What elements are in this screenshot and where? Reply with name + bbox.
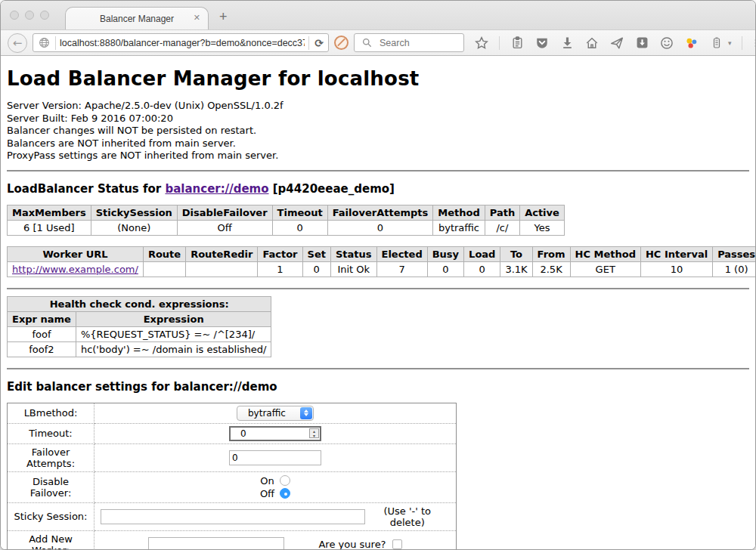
- lbmethod-label: LBmethod:: [8, 403, 94, 423]
- reload-icon[interactable]: ⟳: [313, 37, 325, 49]
- balancer-params-header-row: MaxMembers StickySession DisableFailover…: [8, 205, 565, 220]
- loadbalancer-status-heading: LoadBalancer Status for balancer://demo …: [7, 182, 749, 196]
- disable-failover-label: Disable Failover:: [8, 471, 94, 502]
- cell-worker-url: http://www.example.com/: [8, 261, 144, 277]
- col-routeredir: RouteRedir: [186, 246, 258, 261]
- edit-balancer-heading: Edit balancer settings for balancer://de…: [7, 380, 749, 394]
- col-set: Set: [302, 246, 330, 261]
- url-bar[interactable]: localhost:8880/balancer-manager?b=demo&n…: [33, 33, 329, 52]
- failover-attempts-cell: [94, 443, 457, 471]
- failover-attempts-input[interactable]: [229, 450, 321, 465]
- failover-off-radio[interactable]: [280, 488, 290, 499]
- menu-icon[interactable]: [752, 36, 756, 51]
- window-controls: [10, 11, 49, 20]
- timeout-row: Timeout: ▴▾: [8, 423, 457, 443]
- color-dots-icon[interactable]: [684, 36, 699, 51]
- col-from: From: [532, 246, 570, 261]
- worker-url-link[interactable]: http://www.example.com/: [12, 264, 138, 275]
- battery-panel-icon[interactable]: [709, 36, 724, 51]
- send-tab-icon[interactable]: [609, 36, 624, 51]
- cell-method: bytraffic: [433, 220, 485, 235]
- cell-status: Init Ok: [330, 261, 376, 277]
- add-worker-input[interactable]: [148, 537, 284, 550]
- cell-timeout: 0: [272, 220, 327, 235]
- server-version-line: Server Version: Apache/2.5.0-dev (Unix) …: [7, 100, 749, 113]
- confirm-label: Are you sure?: [318, 539, 386, 549]
- col-failoverattempts: FailoverAttempts: [327, 205, 433, 220]
- sticky-session-row: Sticky Session: (Use '-' to delete): [8, 502, 457, 530]
- lbmethod-cell: bytraffic: [94, 403, 457, 423]
- chevron-down-icon[interactable]: ▾: [728, 39, 732, 47]
- sticky-session-cell: (Use '-' to delete): [94, 502, 457, 530]
- cell-path: /c/: [485, 220, 519, 235]
- pocket-icon[interactable]: [534, 36, 550, 51]
- timeout-input-wrap: ▴▾: [229, 426, 321, 441]
- worker-header-row: Worker URL Route RouteRedir Factor Set S…: [8, 246, 756, 261]
- lbmethod-selected-value: bytraffic: [248, 408, 286, 419]
- health-check-table: Health check cond. expressions: Expr nam…: [7, 296, 271, 357]
- cell-set: 0: [302, 261, 330, 277]
- health-caption: Health check cond. expressions:: [8, 296, 271, 311]
- tab-title: Balancer Manager: [100, 14, 174, 24]
- proxypass-notice-line: ProxyPass settings are NOT inherited fro…: [7, 150, 749, 162]
- col-worker-url: Worker URL: [8, 246, 144, 261]
- select-stepper-icon: [300, 407, 312, 419]
- failover-on-radio[interactable]: [280, 475, 290, 486]
- cell-stickysession: (None): [91, 220, 177, 235]
- save-to-device-icon[interactable]: [634, 36, 649, 51]
- timeout-input[interactable]: [238, 428, 312, 440]
- col-route: Route: [143, 246, 185, 261]
- tab-balancer-manager[interactable]: Balancer Manager ✕: [65, 7, 209, 29]
- server-info: Server Version: Apache/2.5.0-dev (Unix) …: [7, 100, 749, 162]
- cell-expr-name-1: foof: [8, 326, 76, 341]
- minimize-window-button[interactable]: [25, 11, 34, 20]
- zoom-window-button[interactable]: [40, 11, 49, 20]
- page-content: Load Balancer Manager for localhost Serv…: [1, 56, 755, 549]
- cell-maxmembers: 6 [1 Used]: [8, 220, 91, 235]
- server-built-line: Server Built: Feb 9 2016 07:00:20: [7, 113, 749, 125]
- blocked-content-icon[interactable]: [334, 36, 349, 50]
- col-load: Load: [464, 246, 500, 261]
- close-window-button[interactable]: [10, 11, 19, 20]
- new-tab-button[interactable]: +: [219, 9, 228, 25]
- downloads-icon[interactable]: [559, 36, 575, 51]
- timeout-label: Timeout:: [8, 423, 94, 443]
- balancer-params-table: MaxMembers StickySession DisableFailover…: [7, 205, 565, 236]
- tab-close-icon[interactable]: ✕: [194, 14, 200, 23]
- edit-balancer-form: LBmethod: bytraffic Timeout: ▴▾: [7, 403, 457, 550]
- col-disablefailover: DisableFailover: [177, 205, 272, 220]
- cell-hc-method: GET: [570, 261, 640, 277]
- url-text[interactable]: localhost:8880/balancer-manager?b=demo&n…: [60, 38, 305, 48]
- health-row-foof2: foof2 hc('body') =~ /domain is establish…: [8, 341, 271, 357]
- col-status: Status: [330, 246, 376, 261]
- reading-list-icon[interactable]: [510, 36, 525, 51]
- add-worker-label: Add New Worker:: [8, 530, 94, 549]
- number-spinner-icon[interactable]: ▴▾: [309, 428, 319, 438]
- sticky-session-label: Sticky Session:: [8, 502, 94, 530]
- toolbar-divider-2: [742, 36, 742, 50]
- urlbar-divider2: [308, 36, 309, 50]
- search-box[interactable]: [354, 33, 464, 52]
- sticky-session-input[interactable]: [101, 509, 365, 524]
- health-row-foof: foof %{REQUEST_STATUS} =~ /^[234]/: [8, 326, 271, 341]
- page-title: Load Balancer Manager for localhost: [7, 67, 749, 90]
- search-input[interactable]: [378, 37, 459, 49]
- home-icon[interactable]: [584, 36, 600, 51]
- balancer-params-row: 6 [1 Used] (None) Off 0 0 bytraffic /c/ …: [8, 220, 565, 235]
- health-caption-row: Health check cond. expressions:: [8, 296, 271, 311]
- cell-hc-interval: 10: [640, 261, 712, 277]
- col-to: To: [500, 246, 532, 261]
- back-button[interactable]: ←: [8, 33, 27, 53]
- health-header-row: Expr name Expression: [8, 311, 271, 326]
- feedback-smiley-icon[interactable]: [659, 36, 674, 51]
- confirm-checkbox[interactable]: [392, 539, 402, 549]
- cell-elected: 7: [376, 261, 427, 277]
- radio-off-label: Off: [260, 487, 274, 500]
- cell-disablefailover: Off: [177, 220, 272, 235]
- section-divider-2: [7, 288, 749, 289]
- section-divider-1: [7, 170, 749, 171]
- bookmark-star-icon[interactable]: [474, 36, 489, 51]
- balancer-demo-link[interactable]: balancer://demo: [165, 182, 268, 196]
- lbmethod-select[interactable]: bytraffic: [237, 406, 314, 421]
- sticky-session-hint: (Use '-' to delete): [365, 505, 451, 528]
